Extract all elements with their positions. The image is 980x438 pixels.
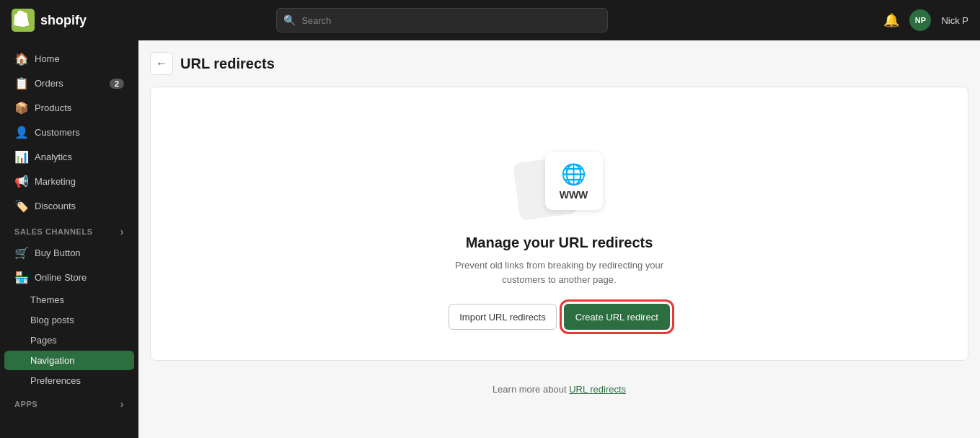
sidebar-item-label: Orders (35, 78, 63, 89)
sidebar-sub-item-navigation[interactable]: Navigation (4, 351, 134, 370)
sidebar-item-label: Products (35, 102, 71, 113)
main-layout: 🏠 Home 📋 Orders 2 📦 Products 👤 Customers… (0, 40, 980, 438)
customers-icon: 👤 (14, 126, 27, 139)
logo-text: shopify (40, 13, 87, 28)
create-url-redirect-button[interactable]: Create URL redirect (564, 304, 670, 330)
preferences-label: Preferences (30, 375, 81, 386)
online-store-icon: 🏪 (14, 271, 27, 284)
topbar: shopify 🔍 🔔 NP Nick P (0, 0, 980, 40)
sidebar-item-buy-button[interactable]: 🛒 Buy Button (4, 241, 134, 265)
url-redirects-link[interactable]: URL redirects (569, 384, 626, 395)
search-icon: 🔍 (283, 14, 296, 26)
products-icon: 📦 (14, 101, 27, 115)
import-url-redirects-button[interactable]: Import URL redirects (449, 304, 556, 330)
apps-header: Apps › (4, 391, 134, 413)
sidebar-item-label: Customers (35, 127, 80, 138)
back-button[interactable]: ← (150, 52, 173, 75)
sidebar-item-label: Online Store (35, 272, 87, 283)
discounts-icon: 🏷️ (14, 199, 27, 213)
sales-channels-header: Sales channels › (4, 219, 134, 240)
sidebar-item-discounts[interactable]: 🏷️ Discounts (4, 194, 134, 218)
orders-badge: 2 (110, 79, 124, 89)
topbar-right: 🔔 NP Nick P (883, 9, 968, 31)
home-icon: 🏠 (14, 52, 27, 66)
main-card: 🌐 WWW Manage your URL redirects Prevent … (150, 87, 968, 361)
sidebar-item-marketing[interactable]: 📢 Marketing (4, 170, 134, 193)
expand-icon[interactable]: › (120, 226, 124, 237)
user-name: Nick P (941, 15, 968, 26)
sidebar-item-label: Analytics (35, 152, 72, 162)
sidebar-sub-item-themes[interactable]: Themes (4, 290, 134, 310)
sidebar-item-label: Marketing (35, 176, 76, 187)
sidebar-item-products[interactable]: 📦 Products (4, 96, 134, 120)
pages-label: Pages (30, 335, 57, 346)
orders-icon: 📋 (14, 76, 27, 90)
learn-more: Learn more about URL redirects (150, 384, 968, 395)
search-input[interactable] (276, 8, 608, 32)
sidebar: 🏠 Home 📋 Orders 2 📦 Products 👤 Customers… (0, 40, 138, 438)
blog-posts-label: Blog posts (30, 315, 74, 325)
page-title: URL redirects (180, 56, 275, 72)
sidebar-sub-item-pages[interactable]: Pages (4, 330, 134, 350)
themes-label: Themes (30, 294, 64, 305)
illus-front: 🌐 WWW (545, 152, 603, 210)
sidebar-sub-item-preferences[interactable]: Preferences (4, 371, 134, 390)
sidebar-item-orders[interactable]: 📋 Orders 2 (4, 71, 134, 95)
actions-row: Import URL redirects Create URL redirect (449, 304, 670, 330)
sidebar-item-analytics[interactable]: 📊 Analytics (4, 145, 134, 169)
buy-button-icon: 🛒 (14, 246, 27, 260)
navigation-label: Navigation (30, 355, 74, 366)
apps-expand-icon[interactable]: › (120, 398, 124, 410)
search-bar: 🔍 (276, 8, 608, 32)
manage-desc: Prevent old links from breaking by redir… (444, 258, 675, 286)
content-area: ← URL redirects 🌐 WWW Manage your URL re… (138, 40, 980, 438)
sidebar-sub-item-blog-posts[interactable]: Blog posts (4, 310, 134, 330)
sidebar-item-label: Buy Button (35, 248, 81, 258)
logo: shopify (12, 9, 134, 32)
illustration: 🌐 WWW (516, 131, 603, 217)
bell-icon[interactable]: 🔔 (883, 12, 899, 28)
learn-more-text: Learn more about (493, 384, 567, 395)
marketing-icon: 📢 (14, 175, 27, 188)
sidebar-item-home[interactable]: 🏠 Home (4, 47, 134, 71)
shopify-logo-icon (12, 9, 35, 32)
globe-icon: 🌐 (561, 162, 586, 186)
sidebar-item-label: Discounts (35, 201, 76, 211)
manage-title: Manage your URL redirects (466, 235, 653, 251)
page-header: ← URL redirects (150, 52, 968, 75)
avatar: NP (909, 9, 931, 31)
www-text: WWW (560, 189, 588, 201)
sidebar-item-customers[interactable]: 👤 Customers (4, 121, 134, 144)
analytics-icon: 📊 (14, 150, 27, 164)
sidebar-item-online-store[interactable]: 🏪 Online Store (4, 266, 134, 289)
sidebar-item-label: Home (35, 53, 60, 64)
